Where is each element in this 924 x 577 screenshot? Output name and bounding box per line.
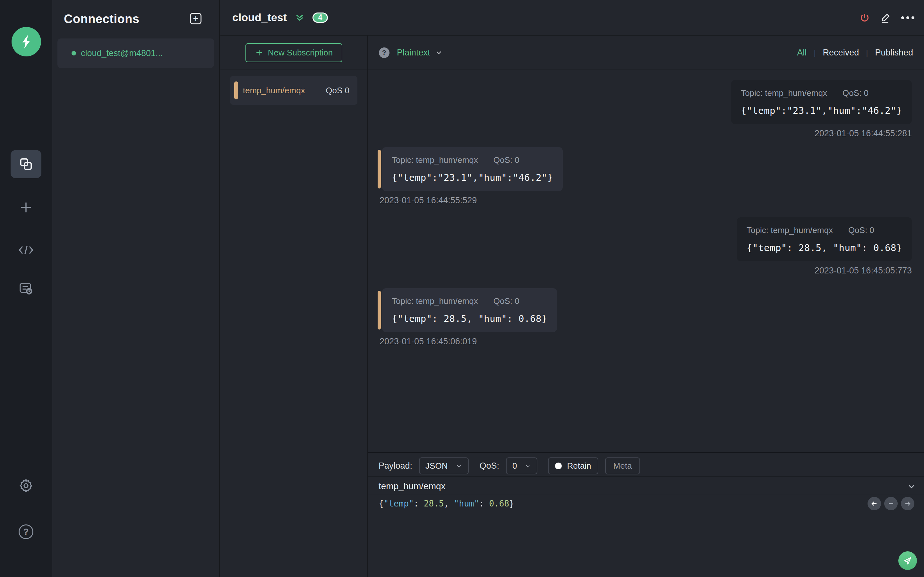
message-topic: Topic: temp_hum/emqx (741, 88, 827, 98)
subscription-topic: temp_hum/emqx (243, 85, 305, 95)
connection-title: cloud_test (232, 11, 287, 24)
qos-label: QoS: (479, 461, 499, 471)
message-published: Topic: temp_hum/emqx QoS: 0 {"temp": 28.… (737, 218, 912, 276)
messages-toolbar: ? Plaintext All | Received | Published (368, 35, 924, 70)
edit-connection-button[interactable] (880, 12, 892, 24)
messages-column: ? Plaintext All | Received | Published (368, 35, 924, 577)
message-timestamp: 2023-01-05 16:45:06:019 (380, 337, 477, 347)
message-qos: QoS: 0 (493, 155, 519, 165)
subscription-item[interactable]: temp_hum/emqx QoS 0 (230, 76, 357, 105)
payload-label: Payload: (379, 461, 412, 471)
lightning-bolt-icon (18, 33, 35, 50)
header-actions (859, 0, 914, 35)
connection-list-item[interactable]: cloud_test@m4801... (57, 39, 214, 68)
arrow-right-icon (904, 500, 911, 508)
plus-icon (19, 200, 33, 215)
payload-editor[interactable]: {"temp": 28.5, "hum": 0.68} (368, 495, 924, 508)
connections-icon (19, 157, 33, 171)
message-qos: QoS: 0 (843, 88, 869, 98)
code-icon (18, 243, 34, 256)
message-published: Topic: temp_hum/emqx QoS: 0 {"temp":"23.… (731, 80, 912, 139)
rail-settings-button[interactable] (18, 478, 34, 493)
message-qos: QoS: 0 (493, 296, 519, 306)
payload-format-dropdown[interactable]: JSON (419, 458, 469, 474)
qos-dropdown[interactable]: 0 (506, 458, 537, 474)
message-topic: Topic: temp_hum/emqx (392, 155, 478, 165)
message-payload: {"temp":"23.1","hum":"46.2"} (392, 172, 553, 183)
connections-title: Connections (64, 12, 140, 26)
disconnect-button[interactable] (859, 12, 871, 24)
message-list[interactable]: Topic: temp_hum/emqx QoS: 0 {"temp":"23.… (368, 70, 924, 452)
subscriptions-column: New Subscription temp_hum/emqx QoS 0 (220, 35, 368, 577)
message-payload: {"temp": 28.5, "hum": 0.68} (392, 313, 548, 324)
rail-new-connection-button[interactable] (19, 200, 33, 215)
power-icon (859, 12, 871, 24)
more-options-button[interactable] (901, 16, 914, 19)
minus-icon (887, 500, 895, 508)
chevron-down-icon (525, 463, 531, 469)
filter-received[interactable]: Received (823, 48, 859, 58)
main-area: cloud_test 4 (220, 0, 924, 577)
message-bubble[interactable]: Topic: temp_hum/emqx QoS: 0 {"temp": 28.… (737, 218, 912, 261)
rail-log-button[interactable] (19, 282, 33, 295)
topic-input[interactable]: temp_hum/emqx (379, 481, 446, 491)
rail-help-button[interactable]: ? (19, 524, 33, 539)
rail-connections-button[interactable] (11, 150, 41, 178)
send-icon (903, 556, 913, 566)
message-timestamp: 2023-01-05 16:45:05:773 (814, 266, 912, 276)
message-received: Topic: temp_hum/emqx QoS: 0 {"temp": 28.… (378, 288, 557, 347)
message-topic: Topic: temp_hum/emqx (392, 296, 478, 306)
message-filters: All | Received | Published (797, 48, 913, 58)
retain-dot-icon (555, 463, 562, 469)
history-clear-button[interactable] (884, 497, 898, 510)
message-bubble[interactable]: Topic: temp_hum/emqx QoS: 0 {"temp":"23.… (731, 80, 912, 124)
message-bubble[interactable]: Topic: temp_hum/emqx QoS: 0 {"temp": 28.… (382, 288, 557, 332)
message-qos: QoS: 0 (848, 226, 874, 235)
message-timestamp: 2023-01-05 16:44:55:529 (380, 195, 477, 205)
retain-toggle[interactable]: Retain (548, 458, 598, 474)
message-count-badge: 4 (312, 13, 328, 23)
filter-published[interactable]: Published (875, 48, 913, 58)
connections-panel: Connections + cloud_test@m4801... (53, 0, 220, 577)
message-timestamp: 2023-01-05 16:44:55:281 (814, 129, 912, 139)
chevron-down-icon[interactable] (435, 48, 443, 57)
pencil-icon (880, 12, 892, 24)
history-prev-button[interactable] (867, 497, 881, 510)
history-navigation (867, 497, 914, 510)
subscription-color-bar (234, 81, 238, 99)
plus-icon (255, 48, 263, 57)
collapse-composer-icon[interactable] (907, 482, 916, 492)
new-subscription-button[interactable]: New Subscription (246, 43, 342, 62)
ellipsis-icon (901, 16, 904, 19)
message-payload: {"temp":"23.1","hum":"46.2"} (741, 105, 902, 116)
plus-icon: + (193, 14, 199, 23)
message-payload: {"temp": 28.5, "hum": 0.68} (746, 242, 902, 253)
log-icon (19, 282, 33, 295)
filter-all[interactable]: All (797, 48, 806, 58)
add-connection-button[interactable]: + (190, 13, 202, 24)
icon-rail: ? (0, 0, 52, 577)
message-topic: Topic: temp_hum/emqx (746, 226, 833, 235)
collapse-connection-icon[interactable] (294, 13, 305, 23)
subscription-qos: QoS 0 (326, 85, 349, 95)
send-button[interactable] (898, 551, 917, 570)
help-icon: ? (19, 524, 33, 539)
connected-status-dot (71, 51, 76, 55)
chevron-down-icon (455, 463, 462, 470)
connection-name: cloud_test@m4801... (81, 48, 163, 58)
history-next-button[interactable] (901, 497, 914, 510)
payload-format-help-icon[interactable]: ? (379, 47, 389, 58)
meta-button[interactable]: Meta (605, 458, 640, 474)
publish-composer: Payload: JSON QoS: 0 (368, 452, 924, 577)
gear-icon (18, 478, 34, 493)
arrow-left-icon (871, 500, 878, 508)
payload-format-select[interactable]: Plaintext (397, 48, 430, 58)
message-received: Topic: temp_hum/emqx QoS: 0 {"temp":"23.… (378, 147, 563, 205)
mqttx-logo (11, 27, 41, 56)
rail-script-button[interactable] (18, 243, 34, 256)
message-bubble[interactable]: Topic: temp_hum/emqx QoS: 0 {"temp":"23.… (382, 147, 563, 191)
connection-header: cloud_test 4 (220, 0, 924, 35)
